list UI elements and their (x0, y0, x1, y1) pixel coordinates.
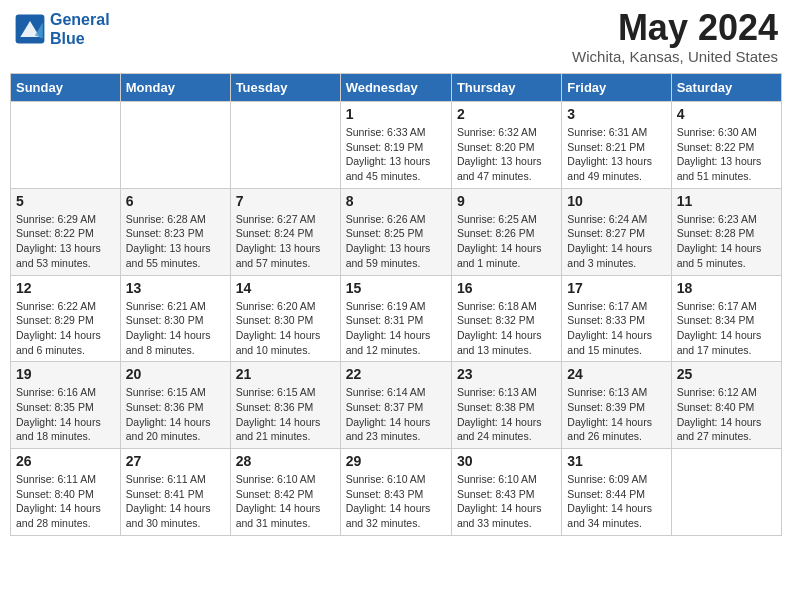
day-number: 8 (346, 193, 446, 209)
calendar-week-row: 5Sunrise: 6:29 AM Sunset: 8:22 PM Daylig… (11, 188, 782, 275)
day-number: 23 (457, 366, 556, 382)
calendar-cell: 28Sunrise: 6:10 AM Sunset: 8:42 PM Dayli… (230, 449, 340, 536)
calendar-cell: 12Sunrise: 6:22 AM Sunset: 8:29 PM Dayli… (11, 275, 121, 362)
calendar-cell: 1Sunrise: 6:33 AM Sunset: 8:19 PM Daylig… (340, 102, 451, 189)
calendar-cell: 22Sunrise: 6:14 AM Sunset: 8:37 PM Dayli… (340, 362, 451, 449)
calendar-cell: 3Sunrise: 6:31 AM Sunset: 8:21 PM Daylig… (562, 102, 671, 189)
calendar-cell: 23Sunrise: 6:13 AM Sunset: 8:38 PM Dayli… (451, 362, 561, 449)
day-number: 11 (677, 193, 776, 209)
calendar-cell: 4Sunrise: 6:30 AM Sunset: 8:22 PM Daylig… (671, 102, 781, 189)
day-info: Sunrise: 6:12 AM Sunset: 8:40 PM Dayligh… (677, 385, 776, 444)
calendar-cell: 21Sunrise: 6:15 AM Sunset: 8:36 PM Dayli… (230, 362, 340, 449)
calendar-cell: 2Sunrise: 6:32 AM Sunset: 8:20 PM Daylig… (451, 102, 561, 189)
day-number: 30 (457, 453, 556, 469)
calendar-cell: 6Sunrise: 6:28 AM Sunset: 8:23 PM Daylig… (120, 188, 230, 275)
day-number: 1 (346, 106, 446, 122)
day-info: Sunrise: 6:20 AM Sunset: 8:30 PM Dayligh… (236, 299, 335, 358)
weekday-header-cell: Friday (562, 74, 671, 102)
day-info: Sunrise: 6:18 AM Sunset: 8:32 PM Dayligh… (457, 299, 556, 358)
day-info: Sunrise: 6:32 AM Sunset: 8:20 PM Dayligh… (457, 125, 556, 184)
calendar-cell: 9Sunrise: 6:25 AM Sunset: 8:26 PM Daylig… (451, 188, 561, 275)
weekday-header-cell: Tuesday (230, 74, 340, 102)
day-number: 9 (457, 193, 556, 209)
weekday-header-cell: Saturday (671, 74, 781, 102)
calendar-cell: 27Sunrise: 6:11 AM Sunset: 8:41 PM Dayli… (120, 449, 230, 536)
day-number: 6 (126, 193, 225, 209)
day-info: Sunrise: 6:27 AM Sunset: 8:24 PM Dayligh… (236, 212, 335, 271)
calendar-cell: 13Sunrise: 6:21 AM Sunset: 8:30 PM Dayli… (120, 275, 230, 362)
day-info: Sunrise: 6:14 AM Sunset: 8:37 PM Dayligh… (346, 385, 446, 444)
logo-line1: General (50, 11, 110, 28)
day-info: Sunrise: 6:16 AM Sunset: 8:35 PM Dayligh… (16, 385, 115, 444)
day-number: 10 (567, 193, 665, 209)
day-info: Sunrise: 6:10 AM Sunset: 8:43 PM Dayligh… (346, 472, 446, 531)
day-info: Sunrise: 6:13 AM Sunset: 8:39 PM Dayligh… (567, 385, 665, 444)
calendar-cell: 10Sunrise: 6:24 AM Sunset: 8:27 PM Dayli… (562, 188, 671, 275)
calendar-cell: 31Sunrise: 6:09 AM Sunset: 8:44 PM Dayli… (562, 449, 671, 536)
day-info: Sunrise: 6:30 AM Sunset: 8:22 PM Dayligh… (677, 125, 776, 184)
weekday-header-row: SundayMondayTuesdayWednesdayThursdayFrid… (11, 74, 782, 102)
calendar-week-row: 19Sunrise: 6:16 AM Sunset: 8:35 PM Dayli… (11, 362, 782, 449)
day-number: 29 (346, 453, 446, 469)
day-info: Sunrise: 6:28 AM Sunset: 8:23 PM Dayligh… (126, 212, 225, 271)
day-info: Sunrise: 6:11 AM Sunset: 8:40 PM Dayligh… (16, 472, 115, 531)
day-info: Sunrise: 6:10 AM Sunset: 8:42 PM Dayligh… (236, 472, 335, 531)
day-number: 18 (677, 280, 776, 296)
day-info: Sunrise: 6:15 AM Sunset: 8:36 PM Dayligh… (126, 385, 225, 444)
day-info: Sunrise: 6:22 AM Sunset: 8:29 PM Dayligh… (16, 299, 115, 358)
location: Wichita, Kansas, United States (572, 48, 778, 65)
calendar-cell: 20Sunrise: 6:15 AM Sunset: 8:36 PM Dayli… (120, 362, 230, 449)
logo-text: General Blue (50, 10, 110, 48)
day-info: Sunrise: 6:13 AM Sunset: 8:38 PM Dayligh… (457, 385, 556, 444)
logo-line2: Blue (50, 30, 85, 47)
day-info: Sunrise: 6:21 AM Sunset: 8:30 PM Dayligh… (126, 299, 225, 358)
day-number: 4 (677, 106, 776, 122)
day-info: Sunrise: 6:17 AM Sunset: 8:33 PM Dayligh… (567, 299, 665, 358)
day-info: Sunrise: 6:10 AM Sunset: 8:43 PM Dayligh… (457, 472, 556, 531)
calendar-cell: 11Sunrise: 6:23 AM Sunset: 8:28 PM Dayli… (671, 188, 781, 275)
calendar-cell: 5Sunrise: 6:29 AM Sunset: 8:22 PM Daylig… (11, 188, 121, 275)
day-number: 5 (16, 193, 115, 209)
day-number: 7 (236, 193, 335, 209)
day-info: Sunrise: 6:09 AM Sunset: 8:44 PM Dayligh… (567, 472, 665, 531)
month-year: May 2024 (572, 10, 778, 46)
weekday-header-cell: Wednesday (340, 74, 451, 102)
day-info: Sunrise: 6:26 AM Sunset: 8:25 PM Dayligh… (346, 212, 446, 271)
day-info: Sunrise: 6:29 AM Sunset: 8:22 PM Dayligh… (16, 212, 115, 271)
calendar-cell: 24Sunrise: 6:13 AM Sunset: 8:39 PM Dayli… (562, 362, 671, 449)
day-number: 21 (236, 366, 335, 382)
calendar-cell: 7Sunrise: 6:27 AM Sunset: 8:24 PM Daylig… (230, 188, 340, 275)
calendar-cell: 8Sunrise: 6:26 AM Sunset: 8:25 PM Daylig… (340, 188, 451, 275)
day-number: 12 (16, 280, 115, 296)
calendar-cell: 29Sunrise: 6:10 AM Sunset: 8:43 PM Dayli… (340, 449, 451, 536)
day-info: Sunrise: 6:17 AM Sunset: 8:34 PM Dayligh… (677, 299, 776, 358)
day-info: Sunrise: 6:24 AM Sunset: 8:27 PM Dayligh… (567, 212, 665, 271)
calendar-cell: 18Sunrise: 6:17 AM Sunset: 8:34 PM Dayli… (671, 275, 781, 362)
calendar-cell: 19Sunrise: 6:16 AM Sunset: 8:35 PM Dayli… (11, 362, 121, 449)
day-number: 2 (457, 106, 556, 122)
day-number: 13 (126, 280, 225, 296)
calendar-cell: 30Sunrise: 6:10 AM Sunset: 8:43 PM Dayli… (451, 449, 561, 536)
calendar-cell: 16Sunrise: 6:18 AM Sunset: 8:32 PM Dayli… (451, 275, 561, 362)
calendar-cell (230, 102, 340, 189)
calendar-cell (11, 102, 121, 189)
calendar-cell (671, 449, 781, 536)
day-number: 20 (126, 366, 225, 382)
calendar-week-row: 26Sunrise: 6:11 AM Sunset: 8:40 PM Dayli… (11, 449, 782, 536)
weekday-header-cell: Sunday (11, 74, 121, 102)
day-info: Sunrise: 6:15 AM Sunset: 8:36 PM Dayligh… (236, 385, 335, 444)
weekday-header-cell: Thursday (451, 74, 561, 102)
day-info: Sunrise: 6:31 AM Sunset: 8:21 PM Dayligh… (567, 125, 665, 184)
day-info: Sunrise: 6:11 AM Sunset: 8:41 PM Dayligh… (126, 472, 225, 531)
calendar-week-row: 12Sunrise: 6:22 AM Sunset: 8:29 PM Dayli… (11, 275, 782, 362)
day-info: Sunrise: 6:19 AM Sunset: 8:31 PM Dayligh… (346, 299, 446, 358)
calendar-cell: 15Sunrise: 6:19 AM Sunset: 8:31 PM Dayli… (340, 275, 451, 362)
calendar-body: 1Sunrise: 6:33 AM Sunset: 8:19 PM Daylig… (11, 102, 782, 536)
logo: General Blue (14, 10, 110, 48)
day-number: 14 (236, 280, 335, 296)
calendar-cell (120, 102, 230, 189)
calendar-table: SundayMondayTuesdayWednesdayThursdayFrid… (10, 73, 782, 536)
day-info: Sunrise: 6:25 AM Sunset: 8:26 PM Dayligh… (457, 212, 556, 271)
calendar-cell: 14Sunrise: 6:20 AM Sunset: 8:30 PM Dayli… (230, 275, 340, 362)
calendar-cell: 25Sunrise: 6:12 AM Sunset: 8:40 PM Dayli… (671, 362, 781, 449)
